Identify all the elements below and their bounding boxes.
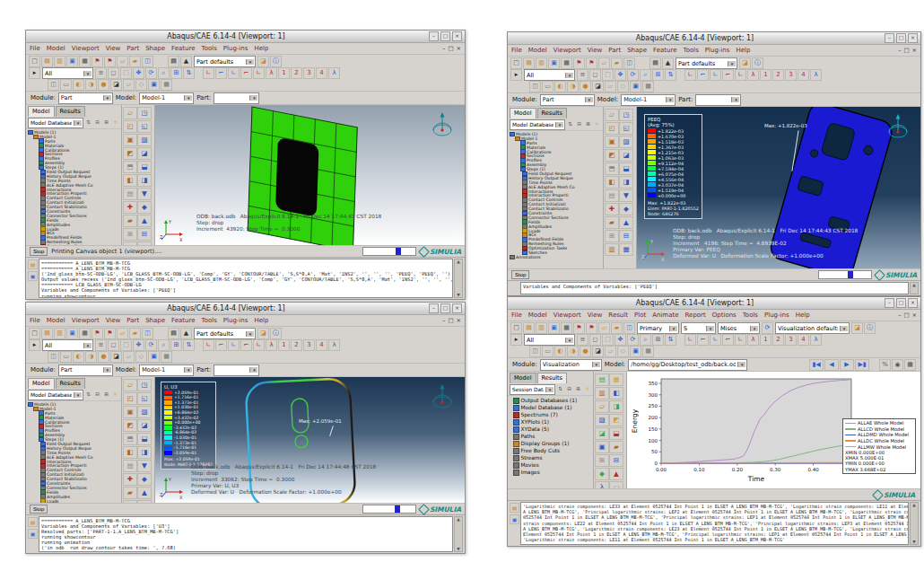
render-style-button[interactable]: ◇ — [617, 346, 629, 357]
view-preset-button[interactable]: 4 — [798, 69, 809, 81]
message-tab-icon[interactable]: ▣ — [28, 271, 38, 281]
menu-item[interactable]: Plug-ins — [705, 47, 730, 54]
field-output-variable-combo[interactable]: S — [681, 322, 716, 334]
cursor-select-icon[interactable]: ▸ — [29, 339, 40, 351]
toolbox-button[interactable]: ▲ — [137, 215, 152, 227]
toolbar-button[interactable]: ▣ — [548, 322, 560, 334]
mdi-control-button[interactable]: □ — [903, 312, 909, 319]
menu-item[interactable]: Report — [685, 312, 706, 319]
toolbox-button[interactable]: ▰ — [605, 216, 619, 229]
tree-database-combo[interactable]: Session Data — [510, 384, 555, 395]
toolbox-button[interactable]: ⊞ — [605, 230, 619, 242]
toolbox-button[interactable]: ▨ — [595, 414, 609, 426]
toolbox-button[interactable]: ▱ — [123, 107, 137, 119]
render-style-button[interactable]: ▦ — [642, 81, 654, 92]
toolbox-button[interactable]: ▰ — [609, 441, 623, 453]
tree-header-button[interactable]: ⊟ — [565, 385, 573, 393]
tree-header-button[interactable]: ☼ — [111, 119, 119, 127]
toolbox-button[interactable]: ▨ — [619, 136, 633, 148]
render-style-button[interactable]: ◫ — [529, 81, 541, 92]
view-tool-button[interactable]: ⬚ — [602, 334, 614, 346]
toolbox-button[interactable]: ◧ — [609, 387, 623, 400]
title-bar[interactable]: Abaqus/CAE 6.14-4 [Viewport: 1] –□× — [508, 32, 920, 45]
render-style-button[interactable]: ◪ — [592, 81, 604, 92]
toolbar-button[interactable]: ▤ — [41, 56, 53, 67]
toolbox-button[interactable]: ◪ — [595, 427, 609, 440]
message-scrollbar[interactable]: ▲▼ — [910, 502, 919, 545]
tree-header-button[interactable]: ⊞ — [574, 385, 582, 393]
render-style-button[interactable]: ▣ — [148, 351, 160, 363]
view-tool-button[interactable]: ⬚ — [602, 69, 614, 81]
tree-header-button[interactable]: ⇅ — [566, 120, 574, 128]
tree-item[interactable]: Free Body Cuts — [508, 447, 593, 454]
render-style-button[interactable]: ● — [580, 81, 591, 92]
view-tool-button[interactable]: ⊞ — [652, 334, 664, 346]
render-style-button[interactable]: ▱ — [605, 81, 616, 92]
message-log[interactable]: Variables and Components of Variables: [… — [520, 282, 909, 294]
view-preset-button[interactable]: ∟ — [684, 334, 696, 346]
tree-item[interactable]: Movies — [508, 461, 593, 469]
menu-item[interactable]: Shape — [145, 317, 165, 324]
toolbar-button[interactable]: □ — [29, 328, 40, 339]
view-preset-button[interactable]: ∟ — [735, 334, 746, 346]
selection-filter-combo[interactable]: All — [42, 339, 93, 351]
toolbar-button[interactable]: □ — [510, 322, 522, 334]
toolbox-button[interactable]: ▰ — [123, 215, 137, 227]
menu-item[interactable]: Plug-ins — [223, 45, 248, 52]
menu-item[interactable]: View — [106, 317, 121, 324]
menu-item[interactable]: Help — [796, 312, 810, 319]
tree-item[interactable]: XYData (5) — [508, 426, 593, 433]
render-style-button[interactable]: ● — [98, 351, 109, 363]
render-style-button[interactable]: ◐ — [73, 351, 84, 363]
module-combo[interactable]: Part — [58, 92, 113, 104]
view-tool-button[interactable]: ◻ — [589, 69, 601, 81]
view-preset-button[interactable]: λ — [328, 339, 340, 351]
toolbox-button[interactable]: ▲ — [137, 487, 152, 499]
toolbox-button[interactable]: ◆ — [137, 201, 152, 214]
model-combo[interactable]: Model-1 — [139, 92, 194, 104]
view-tool-button[interactable]: ✥ — [615, 69, 626, 81]
render-style-button[interactable]: ◇ — [135, 351, 147, 363]
part-combo[interactable] — [695, 94, 741, 106]
toolbar-button[interactable]: ▥ — [54, 56, 65, 67]
menu-item[interactable]: Feature — [171, 45, 195, 52]
toolbox-button[interactable]: ◩ — [609, 414, 623, 426]
toolbox-button[interactable]: ▨ — [137, 406, 152, 418]
render-style-button[interactable]: ◇ — [617, 81, 629, 92]
tree-header-button[interactable]: ⊟ — [93, 391, 101, 399]
toolbar-button[interactable]: ⚑ — [586, 57, 597, 69]
menu-item[interactable]: Plot — [634, 312, 646, 319]
menu-item[interactable]: Feature — [653, 47, 676, 54]
display-defaults-combo[interactable]: Visualization defaults — [775, 322, 850, 334]
view-compass-icon[interactable] — [429, 110, 456, 143]
tree-item[interactable]: Images — [508, 469, 593, 476]
tree-item[interactable]: Spectrums (7) — [508, 411, 593, 418]
toolbox-button[interactable]: ◳ — [137, 107, 152, 119]
tree-item[interactable]: Model Database (1) — [508, 404, 593, 411]
stop-button[interactable]: Stop — [30, 247, 48, 256]
toolbox-button[interactable]: ✚ — [123, 201, 137, 214]
field-output-invariant-combo[interactable]: Mises — [718, 322, 760, 334]
render-style-button[interactable]: ▭ — [542, 346, 554, 357]
toolbox-button[interactable]: ◰ — [123, 392, 137, 405]
stop-button[interactable]: Stop — [30, 505, 48, 514]
cursor-select-icon[interactable]: ▸ — [29, 67, 40, 79]
part-combo[interactable] — [214, 92, 259, 104]
toolbox-button[interactable]: ▲ — [609, 468, 623, 480]
view-tool-button[interactable]: ⌕ — [640, 334, 651, 346]
toolbox-button[interactable]: ▰ — [123, 487, 137, 499]
mdi-control-button[interactable]: × — [912, 47, 917, 54]
toolbar-button[interactable]: ▣ — [66, 56, 78, 67]
view-tool-button[interactable]: ✥ — [615, 334, 626, 346]
view-preset-button[interactable]: 3 — [303, 339, 315, 351]
render-style-button[interactable]: ▭ — [60, 351, 72, 363]
window-control-button[interactable]: – — [429, 303, 439, 313]
toolbox-button[interactable]: ⬒ — [123, 433, 137, 445]
tab-results[interactable]: Results — [537, 108, 567, 119]
toolbar-button[interactable]: ▰ — [611, 322, 623, 334]
toolbar-button[interactable]: ⚑ — [92, 56, 103, 67]
menu-item[interactable]: Viewport — [554, 312, 581, 319]
toolbox-button[interactable]: ▣ — [605, 136, 619, 148]
message-scrollbar[interactable]: ▲ — [910, 282, 919, 294]
toolbar-button[interactable]: ▱ — [117, 56, 128, 67]
